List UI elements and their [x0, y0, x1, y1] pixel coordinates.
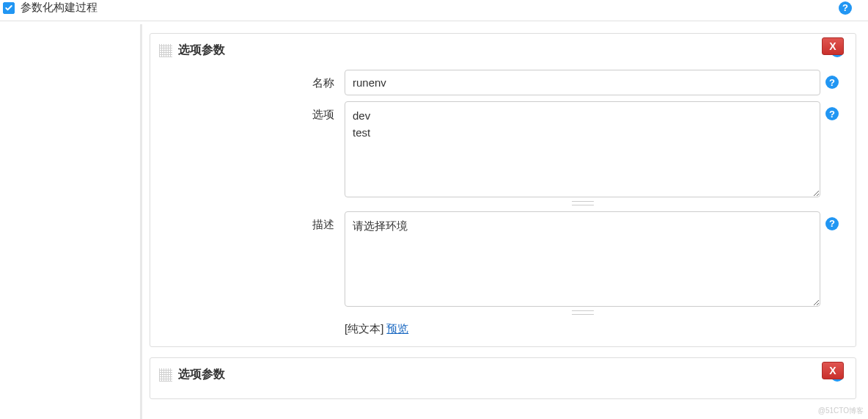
drag-handle-icon[interactable] — [159, 44, 172, 57]
main-panel: X 选项参数 ? 名称 ? 选项 — [142, 24, 868, 419]
name-row: 名称 ? — [150, 67, 856, 98]
choice-parameter-block: X 选项参数 ? — [150, 357, 856, 399]
choice-parameter-block: X 选项参数 ? 名称 ? 选项 — [150, 33, 856, 347]
resize-handle-icon[interactable] — [345, 310, 820, 315]
content-area: X 选项参数 ? 名称 ? 选项 — [0, 21, 868, 419]
description-textarea[interactable] — [345, 211, 820, 307]
check-icon — [4, 4, 13, 12]
description-label: 描述 — [293, 211, 345, 232]
drag-handle-icon[interactable] — [159, 368, 172, 382]
block-header: 选项参数 ? — [150, 34, 856, 67]
delete-parameter-button[interactable]: X — [822, 362, 844, 379]
parametrized-build-label: 参数化构建过程 — [21, 1, 839, 15]
help-icon[interactable]: ? — [839, 1, 852, 15]
block-title: 选项参数 — [178, 367, 825, 382]
sidebar-spacer — [0, 24, 142, 419]
name-input[interactable] — [345, 70, 820, 95]
parametrized-build-checkbox[interactable] — [3, 2, 15, 14]
help-icon[interactable]: ? — [825, 76, 839, 89]
resize-handle-icon[interactable] — [345, 201, 820, 205]
delete-parameter-button[interactable]: X — [822, 37, 844, 55]
help-icon[interactable]: ? — [825, 107, 839, 120]
description-hint-row: [纯文本] 预览 — [150, 318, 856, 339]
description-row: 描述 ? — [150, 208, 856, 318]
name-label: 名称 — [293, 70, 345, 90]
preview-link[interactable]: 预览 — [386, 322, 408, 336]
choices-textarea[interactable] — [345, 101, 820, 197]
block-header: 选项参数 ? — [150, 358, 856, 391]
parametrized-build-header: 参数化构建过程 ? — [0, 0, 868, 21]
block-title: 选项参数 — [178, 43, 825, 58]
watermark: @51CTO博客 — [818, 406, 864, 416]
choices-row: 选项 ? — [150, 98, 856, 208]
help-icon[interactable]: ? — [825, 217, 839, 230]
choices-label: 选项 — [293, 101, 345, 122]
plain-text-label: [纯文本] — [345, 322, 383, 336]
